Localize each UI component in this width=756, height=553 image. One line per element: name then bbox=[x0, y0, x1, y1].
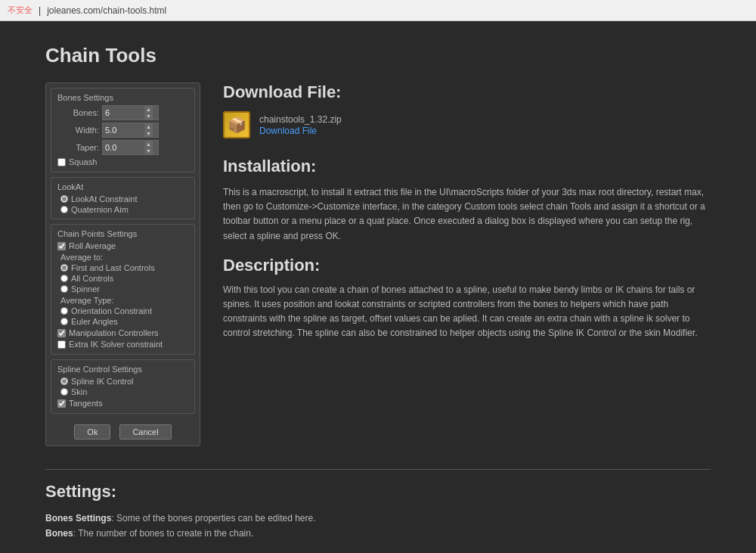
lookat-constraint-label: LookAt Constraint bbox=[71, 194, 137, 203]
euler-angles-radio[interactable] bbox=[60, 318, 68, 325]
bones-rest: : The number of bones to create in the c… bbox=[73, 528, 254, 539]
orientation-constraint-label: Orientation Constraint bbox=[71, 306, 152, 315]
tangents-checkbox[interactable] bbox=[57, 399, 66, 408]
page-title: Chain Tools bbox=[45, 44, 711, 67]
taper-input-container[interactable]: ▲ ▼ bbox=[102, 140, 159, 155]
security-warning: 不安全 bbox=[8, 5, 33, 16]
taper-spinner-up[interactable]: ▲ bbox=[144, 141, 153, 148]
width-input[interactable] bbox=[103, 123, 144, 137]
spline-ik-radio[interactable] bbox=[60, 377, 68, 385]
quaternion-aim-label: Quaternion Aim bbox=[71, 205, 129, 214]
bones-input[interactable] bbox=[103, 106, 144, 120]
taper-input[interactable] bbox=[103, 141, 144, 154]
roll-average-row: Roll Average bbox=[57, 241, 188, 250]
bones-settings-desc: Bones Settings: Some of the bones proper… bbox=[45, 511, 711, 526]
bones-spinner-down[interactable]: ▼ bbox=[144, 113, 153, 120]
width-spinner-down[interactable]: ▼ bbox=[144, 130, 153, 137]
description-heading: Description: bbox=[223, 256, 711, 275]
spline-control-title: Spline Control Settings bbox=[57, 365, 188, 374]
first-last-label: First and Last Controls bbox=[71, 263, 155, 272]
separator: | bbox=[39, 5, 41, 16]
chain-points-title: Chain Points Settings bbox=[57, 229, 188, 238]
spinner-radio[interactable] bbox=[60, 285, 68, 293]
bones-settings-group: Bones Settings Bones: ▲ ▼ Width: bbox=[51, 88, 195, 172]
quaternion-aim-row: Quaternion Aim bbox=[60, 205, 188, 214]
manipulation-controllers-label: Manipulation Controllers bbox=[69, 328, 159, 337]
euler-angles-label: Euler Angles bbox=[71, 317, 118, 326]
page-content: Chain Tools Bones Settings Bones: ▲ ▼ bbox=[0, 21, 756, 553]
dialog-buttons: Ok Cancel bbox=[46, 418, 200, 446]
width-label: Width: bbox=[57, 126, 99, 135]
right-content: Download File: chainstools_1.32.zip Down… bbox=[223, 82, 711, 353]
skin-radio[interactable] bbox=[60, 388, 68, 396]
filename: chainstools_1.32.zip bbox=[259, 114, 342, 125]
bones-settings-rest: : Some of the bones properties can be ed… bbox=[111, 513, 315, 523]
orientation-constraint-radio[interactable] bbox=[60, 307, 68, 315]
squash-row: Squash bbox=[57, 157, 188, 166]
taper-spinner-down[interactable]: ▼ bbox=[144, 148, 153, 154]
squash-checkbox[interactable] bbox=[57, 158, 66, 166]
download-heading: Download File: bbox=[223, 82, 711, 102]
bones-settings-title: Bones Settings bbox=[57, 93, 188, 102]
taper-spinners[interactable]: ▲ ▼ bbox=[144, 141, 153, 154]
spinner-row: Spinner bbox=[60, 284, 188, 294]
browser-bar: 不安全 | joleanes.com/chain-tools.html bbox=[0, 0, 756, 21]
all-controls-label: All Controls bbox=[71, 274, 113, 283]
taper-field-row: Taper: ▲ ▼ bbox=[57, 140, 188, 155]
manipulation-controllers-checkbox[interactable] bbox=[57, 329, 66, 337]
spline-control-group: Spline Control Settings Spline IK Contro… bbox=[51, 359, 195, 414]
settings-section: Settings: Bones Settings: Some of the bo… bbox=[45, 469, 711, 542]
avg-type-label: Average Type: bbox=[60, 296, 188, 305]
lookat-constraint-row: LookAt Constraint bbox=[60, 194, 188, 203]
spline-ik-row: Spline IK Control bbox=[60, 377, 188, 386]
spline-ik-label: Spline IK Control bbox=[71, 377, 134, 386]
installation-heading: Installation: bbox=[223, 157, 711, 176]
bones-desc: Bones: The number of bones to create in … bbox=[45, 526, 711, 541]
lookat-constraint-radio[interactable] bbox=[60, 195, 68, 203]
skin-row: Skin bbox=[60, 387, 188, 396]
width-input-container[interactable]: ▲ ▼ bbox=[102, 123, 159, 138]
roll-average-checkbox[interactable] bbox=[57, 242, 66, 250]
extra-ik-label: Extra IK Solver constraint bbox=[69, 340, 163, 349]
main-layout: Bones Settings Bones: ▲ ▼ Width: bbox=[45, 82, 711, 446]
cancel-button[interactable]: Cancel bbox=[119, 424, 171, 440]
width-field-row: Width: ▲ ▼ bbox=[57, 123, 188, 138]
avg-to-label: Average to: bbox=[60, 253, 188, 262]
chain-points-group: Chain Points Settings Roll Average Avera… bbox=[51, 224, 195, 355]
bones-bold: Bones bbox=[45, 528, 73, 539]
bones-field-row: Bones: ▲ ▼ bbox=[57, 105, 188, 120]
roll-average-label: Roll Average bbox=[69, 241, 116, 250]
url-bar[interactable]: joleanes.com/chain-tools.html bbox=[47, 5, 166, 16]
extra-ik-checkbox[interactable] bbox=[57, 340, 66, 349]
settings-text: Bones Settings: Some of the bones proper… bbox=[45, 511, 711, 542]
width-spinner-up[interactable]: ▲ bbox=[144, 123, 153, 130]
bones-spinner-up[interactable]: ▲ bbox=[144, 106, 153, 113]
tangents-row: Tangents bbox=[57, 399, 188, 408]
download-area: chainstools_1.32.zip Download File bbox=[223, 111, 711, 138]
manipulation-controllers-row: Manipulation Controllers bbox=[57, 328, 188, 337]
download-link[interactable]: Download File bbox=[259, 126, 317, 136]
ok-button[interactable]: Ok bbox=[74, 424, 110, 440]
skin-label: Skin bbox=[71, 387, 87, 396]
bones-label: Bones: bbox=[57, 108, 99, 117]
installation-text: This is a macroscript, to install it ext… bbox=[223, 185, 711, 244]
first-last-radio[interactable] bbox=[60, 264, 68, 272]
width-spinners[interactable]: ▲ ▼ bbox=[144, 123, 153, 137]
orientation-constraint-row: Orientation Constraint bbox=[60, 306, 188, 315]
first-last-row: First and Last Controls bbox=[60, 263, 188, 272]
file-icon bbox=[223, 111, 250, 138]
bones-input-container[interactable]: ▲ ▼ bbox=[102, 105, 159, 120]
spinner-label: Spinner bbox=[71, 284, 100, 294]
squash-label: Squash bbox=[69, 157, 97, 166]
bones-spinners[interactable]: ▲ ▼ bbox=[144, 106, 153, 120]
description-text: With this tool you can create a chain of… bbox=[223, 283, 711, 341]
bones-settings-bold: Bones Settings bbox=[45, 513, 111, 523]
taper-label: Taper: bbox=[57, 143, 99, 152]
euler-angles-row: Euler Angles bbox=[60, 317, 188, 326]
quaternion-aim-radio[interactable] bbox=[60, 206, 68, 213]
extra-ik-row: Extra IK Solver constraint bbox=[57, 340, 188, 349]
download-info: chainstools_1.32.zip Download File bbox=[259, 114, 342, 136]
all-controls-radio[interactable] bbox=[60, 275, 68, 282]
tangents-label: Tangents bbox=[69, 399, 103, 408]
settings-title: Settings: bbox=[45, 482, 711, 502]
